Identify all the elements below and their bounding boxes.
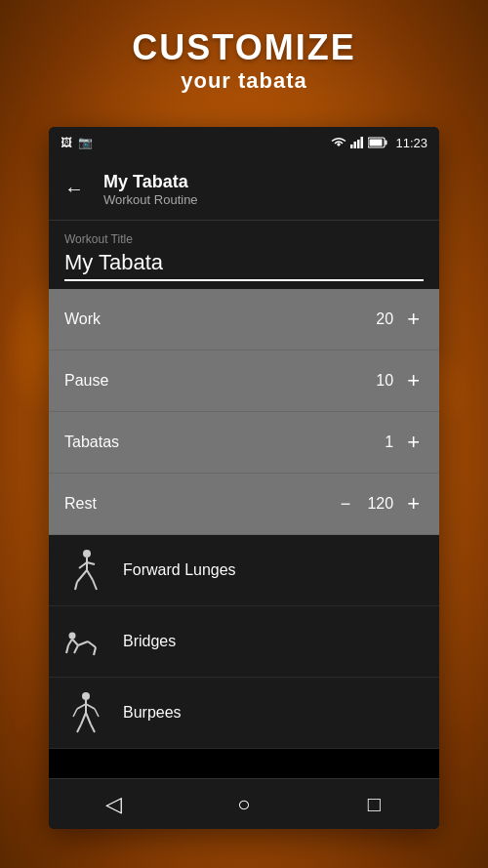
svg-line-18 [88,641,96,647]
burpees-icon [64,691,107,734]
forward-lunges-name: Forward Lunges [123,561,236,579]
signal-icon [350,137,364,148]
camera-icon: 📷 [78,136,93,149]
pause-label: Pause [64,372,108,390]
work-value: 20 [364,310,393,328]
image-icon: 🖼 [61,136,72,149]
svg-line-29 [77,724,81,732]
svg-line-20 [68,640,72,646]
settings-section: Work 20 + Pause 10 + Tabatas 1 + Rest [49,289,439,535]
svg-line-9 [79,562,87,568]
svg-line-13 [75,582,77,590]
wifi-icon [331,137,346,148]
nav-home-button[interactable]: ○ [224,785,264,824]
exercise-row[interactable]: Burpees [49,678,439,749]
rest-label: Rest [64,495,97,513]
app-bar: ← My Tabata Workout Routine [49,158,439,221]
workout-title-label: Workout Title [64,232,424,246]
svg-point-15 [69,633,76,640]
svg-line-14 [93,580,97,590]
status-left-icons: 🖼 📷 [61,136,93,149]
svg-line-11 [77,570,87,582]
exercise-section: Forward Lunges Bridges [49,535,439,749]
battery-icon [368,137,387,148]
svg-line-28 [86,713,91,724]
tabatas-row: Tabatas 1 + [49,412,439,474]
svg-rect-2 [357,140,360,148]
svg-point-7 [83,550,91,558]
phone-frame: 🖼 📷 11:23 [49,127,439,829]
work-controls: 20 + [364,307,424,332]
svg-rect-1 [354,142,357,148]
tabatas-controls: 1 + [364,430,424,455]
bridges-name: Bridges [123,633,176,650]
svg-line-12 [87,570,93,580]
svg-point-23 [82,692,90,700]
workout-title-section: Workout Title [49,221,439,289]
main-title: CUSTOMIZE [0,27,488,68]
svg-line-16 [72,640,78,646]
header-section: CUSTOMIZE your tabata [0,27,488,94]
bridges-icon [64,620,107,663]
tabatas-label: Tabatas [64,434,119,451]
nav-recent-button[interactable]: □ [354,785,393,824]
svg-line-31 [73,709,77,717]
pause-row: Pause 10 + [49,351,439,412]
app-bar-subtitle: Workout Routine [103,192,424,207]
svg-line-10 [87,562,95,564]
svg-line-32 [95,709,99,717]
status-time: 11:23 [395,136,427,150]
svg-line-30 [91,724,95,732]
pause-controls: 10 + [364,368,424,393]
burpees-name: Burpees [123,704,182,722]
status-bar: 🖼 📷 11:23 [49,127,439,158]
tabatas-value: 1 [364,434,393,451]
workout-title-input[interactable] [64,250,424,281]
work-label: Work [64,310,101,328]
work-plus-button[interactable]: + [403,307,424,332]
svg-line-22 [74,645,78,653]
app-bar-title: My Tabata [103,172,424,192]
lunges-icon [64,549,107,592]
work-row: Work 20 + [49,289,439,351]
svg-line-26 [86,704,95,709]
rest-minus-button[interactable]: − [337,494,355,515]
tabatas-plus-button[interactable]: + [403,430,424,455]
nav-back-button[interactable]: ◁ [95,785,134,824]
svg-rect-5 [386,141,387,145]
svg-line-21 [66,645,68,653]
svg-rect-6 [370,140,383,146]
svg-line-19 [94,647,96,655]
rest-value: 120 [364,495,393,513]
svg-line-27 [81,713,86,724]
exercise-row[interactable]: Bridges [49,606,439,678]
status-right-icons: 11:23 [331,136,427,150]
svg-rect-0 [350,145,353,148]
rest-row: Rest − 120 + [49,474,439,535]
main-subtitle: your tabata [0,68,488,94]
rest-plus-button[interactable]: + [403,491,424,517]
app-bar-text: My Tabata Workout Routine [103,172,424,207]
pause-value: 10 [364,372,393,390]
exercise-row[interactable]: Forward Lunges [49,535,439,606]
svg-rect-3 [361,137,364,148]
pause-plus-button[interactable]: + [403,368,424,393]
rest-controls: − 120 + [337,491,424,517]
svg-line-17 [78,641,88,645]
nav-bar: ◁ ○ □ [49,778,439,829]
svg-line-25 [77,704,86,709]
back-button[interactable]: ← [64,178,84,200]
